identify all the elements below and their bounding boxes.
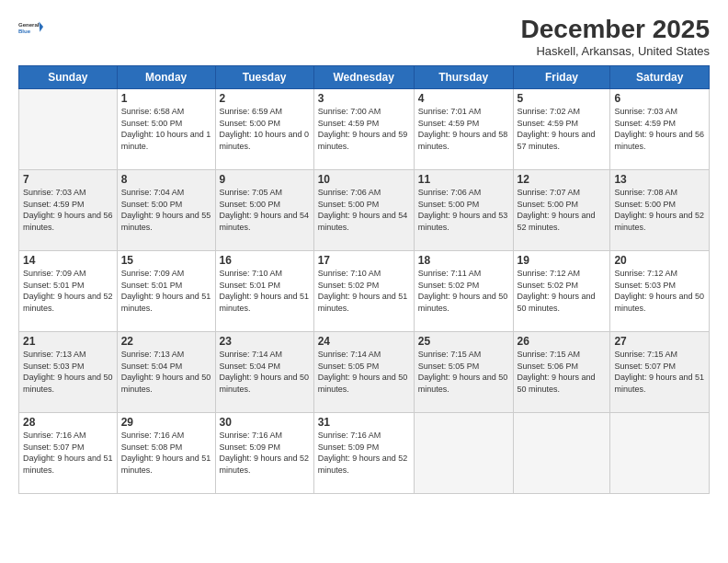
calendar-day-cell: 3Sunrise: 7:00 AMSunset: 4:59 PMDaylight… xyxy=(313,89,414,170)
day-info: Sunrise: 7:08 AMSunset: 5:00 PMDaylight:… xyxy=(614,187,705,233)
calendar-day-cell: 24Sunrise: 7:14 AMSunset: 5:05 PMDayligh… xyxy=(313,332,414,413)
day-info: Sunrise: 7:06 AMSunset: 5:00 PMDaylight:… xyxy=(418,187,509,233)
day-info: Sunrise: 7:01 AMSunset: 4:59 PMDaylight:… xyxy=(418,106,509,152)
day-number: 31 xyxy=(318,416,410,429)
calendar-day-cell: 13Sunrise: 7:08 AMSunset: 5:00 PMDayligh… xyxy=(610,170,710,251)
day-number: 30 xyxy=(220,416,310,429)
day-number: 9 xyxy=(220,173,310,186)
calendar-table: SundayMondayTuesdayWednesdayThursdayFrid… xyxy=(18,65,710,494)
calendar-day-cell: 14Sunrise: 7:09 AMSunset: 5:01 PMDayligh… xyxy=(19,251,118,332)
day-number: 21 xyxy=(23,335,113,348)
day-info: Sunrise: 7:15 AMSunset: 5:05 PMDaylight:… xyxy=(418,349,509,395)
day-number: 28 xyxy=(23,416,113,429)
title-block: December 2025 Haskell, Arkansas, United … xyxy=(521,15,710,58)
day-number: 5 xyxy=(518,92,607,105)
calendar-day-cell: 17Sunrise: 7:10 AMSunset: 5:02 PMDayligh… xyxy=(313,251,414,332)
day-info: Sunrise: 7:04 AMSunset: 5:00 PMDaylight:… xyxy=(121,187,211,233)
calendar-day-cell: 5Sunrise: 7:02 AMSunset: 4:59 PMDaylight… xyxy=(513,89,610,170)
logo: GeneralBlue xyxy=(18,15,44,40)
calendar-day-cell: 9Sunrise: 7:05 AMSunset: 5:00 PMDaylight… xyxy=(215,170,313,251)
day-number: 20 xyxy=(614,254,705,267)
day-number: 11 xyxy=(418,173,509,186)
day-info: Sunrise: 7:00 AMSunset: 4:59 PMDaylight:… xyxy=(318,106,410,152)
svg-marker-2 xyxy=(39,21,43,31)
calendar-day-cell: 7Sunrise: 7:03 AMSunset: 4:59 PMDaylight… xyxy=(19,170,118,251)
day-number: 7 xyxy=(23,173,113,186)
day-info: Sunrise: 7:16 AMSunset: 5:09 PMDaylight:… xyxy=(318,430,410,476)
calendar-week-row: 1Sunrise: 6:58 AMSunset: 5:00 PMDaylight… xyxy=(19,89,710,170)
day-info: Sunrise: 7:10 AMSunset: 5:01 PMDaylight:… xyxy=(220,268,310,314)
day-info: Sunrise: 7:06 AMSunset: 5:00 PMDaylight:… xyxy=(318,187,410,233)
calendar-day-cell: 21Sunrise: 7:13 AMSunset: 5:03 PMDayligh… xyxy=(19,332,118,413)
calendar-day-header: Tuesday xyxy=(215,66,313,89)
day-number: 4 xyxy=(418,92,509,105)
calendar-day-cell: 10Sunrise: 7:06 AMSunset: 5:00 PMDayligh… xyxy=(313,170,414,251)
calendar-day-cell xyxy=(414,413,513,494)
day-number: 3 xyxy=(318,92,410,105)
calendar-day-header: Saturday xyxy=(610,66,710,89)
calendar-day-header: Friday xyxy=(513,66,610,89)
calendar-day-cell xyxy=(513,413,610,494)
calendar-body: 1Sunrise: 6:58 AMSunset: 5:00 PMDaylight… xyxy=(19,89,710,494)
day-number: 6 xyxy=(614,92,705,105)
day-info: Sunrise: 7:16 AMSunset: 5:07 PMDaylight:… xyxy=(23,430,113,476)
day-info: Sunrise: 6:59 AMSunset: 5:00 PMDaylight:… xyxy=(220,106,310,152)
day-number: 14 xyxy=(23,254,113,267)
calendar-day-cell: 18Sunrise: 7:11 AMSunset: 5:02 PMDayligh… xyxy=(414,251,513,332)
day-number: 17 xyxy=(318,254,410,267)
calendar-day-cell: 20Sunrise: 7:12 AMSunset: 5:03 PMDayligh… xyxy=(610,251,710,332)
day-number: 8 xyxy=(121,173,211,186)
day-info: Sunrise: 7:07 AMSunset: 5:00 PMDaylight:… xyxy=(518,187,607,233)
calendar-day-cell: 25Sunrise: 7:15 AMSunset: 5:05 PMDayligh… xyxy=(414,332,513,413)
day-number: 2 xyxy=(220,92,310,105)
page: GeneralBlue December 2025 Haskell, Arkan… xyxy=(0,0,728,563)
calendar-day-header: Monday xyxy=(117,66,215,89)
calendar-day-cell: 8Sunrise: 7:04 AMSunset: 5:00 PMDaylight… xyxy=(117,170,215,251)
calendar-day-cell: 15Sunrise: 7:09 AMSunset: 5:01 PMDayligh… xyxy=(117,251,215,332)
day-number: 22 xyxy=(121,335,211,348)
calendar-day-cell: 31Sunrise: 7:16 AMSunset: 5:09 PMDayligh… xyxy=(313,413,414,494)
day-number: 13 xyxy=(614,173,705,186)
day-info: Sunrise: 7:09 AMSunset: 5:01 PMDaylight:… xyxy=(23,268,113,314)
day-number: 24 xyxy=(318,335,410,348)
calendar-day-cell: 6Sunrise: 7:03 AMSunset: 4:59 PMDaylight… xyxy=(610,89,710,170)
calendar-day-cell: 30Sunrise: 7:16 AMSunset: 5:09 PMDayligh… xyxy=(215,413,313,494)
calendar-day-cell: 2Sunrise: 6:59 AMSunset: 5:00 PMDaylight… xyxy=(215,89,313,170)
day-info: Sunrise: 7:16 AMSunset: 5:08 PMDaylight:… xyxy=(121,430,211,476)
day-number: 25 xyxy=(418,335,509,348)
calendar-day-cell: 4Sunrise: 7:01 AMSunset: 4:59 PMDaylight… xyxy=(414,89,513,170)
calendar-day-cell: 19Sunrise: 7:12 AMSunset: 5:02 PMDayligh… xyxy=(513,251,610,332)
day-number: 27 xyxy=(614,335,705,348)
day-info: Sunrise: 7:10 AMSunset: 5:02 PMDaylight:… xyxy=(318,268,410,314)
day-info: Sunrise: 7:12 AMSunset: 5:03 PMDaylight:… xyxy=(614,268,705,314)
day-info: Sunrise: 6:58 AMSunset: 5:00 PMDaylight:… xyxy=(121,106,211,152)
main-title: December 2025 xyxy=(521,15,710,44)
day-info: Sunrise: 7:14 AMSunset: 5:04 PMDaylight:… xyxy=(220,349,310,395)
day-number: 29 xyxy=(121,416,211,429)
day-info: Sunrise: 7:11 AMSunset: 5:02 PMDaylight:… xyxy=(418,268,509,314)
calendar-header-row: SundayMondayTuesdayWednesdayThursdayFrid… xyxy=(19,66,710,89)
calendar-day-cell: 11Sunrise: 7:06 AMSunset: 5:00 PMDayligh… xyxy=(414,170,513,251)
day-number: 16 xyxy=(220,254,310,267)
day-number: 15 xyxy=(121,254,211,267)
calendar-day-cell: 29Sunrise: 7:16 AMSunset: 5:08 PMDayligh… xyxy=(117,413,215,494)
calendar-day-cell: 27Sunrise: 7:15 AMSunset: 5:07 PMDayligh… xyxy=(610,332,710,413)
calendar-day-cell xyxy=(19,89,118,170)
day-number: 18 xyxy=(418,254,509,267)
day-number: 26 xyxy=(518,335,607,348)
calendar-week-row: 7Sunrise: 7:03 AMSunset: 4:59 PMDaylight… xyxy=(19,170,710,251)
calendar-week-row: 28Sunrise: 7:16 AMSunset: 5:07 PMDayligh… xyxy=(19,413,710,494)
svg-text:General: General xyxy=(18,22,40,28)
calendar-day-header: Thursday xyxy=(414,66,513,89)
day-number: 19 xyxy=(518,254,607,267)
day-info: Sunrise: 7:13 AMSunset: 5:03 PMDaylight:… xyxy=(23,349,113,395)
day-info: Sunrise: 7:15 AMSunset: 5:06 PMDaylight:… xyxy=(518,349,607,395)
calendar-day-cell: 22Sunrise: 7:13 AMSunset: 5:04 PMDayligh… xyxy=(117,332,215,413)
svg-text:Blue: Blue xyxy=(18,29,31,34)
day-info: Sunrise: 7:13 AMSunset: 5:04 PMDaylight:… xyxy=(121,349,211,395)
day-info: Sunrise: 7:05 AMSunset: 5:00 PMDaylight:… xyxy=(220,187,310,233)
day-info: Sunrise: 7:14 AMSunset: 5:05 PMDaylight:… xyxy=(318,349,410,395)
calendar-day-cell: 16Sunrise: 7:10 AMSunset: 5:01 PMDayligh… xyxy=(215,251,313,332)
day-info: Sunrise: 7:15 AMSunset: 5:07 PMDaylight:… xyxy=(614,349,705,395)
calendar-week-row: 14Sunrise: 7:09 AMSunset: 5:01 PMDayligh… xyxy=(19,251,710,332)
